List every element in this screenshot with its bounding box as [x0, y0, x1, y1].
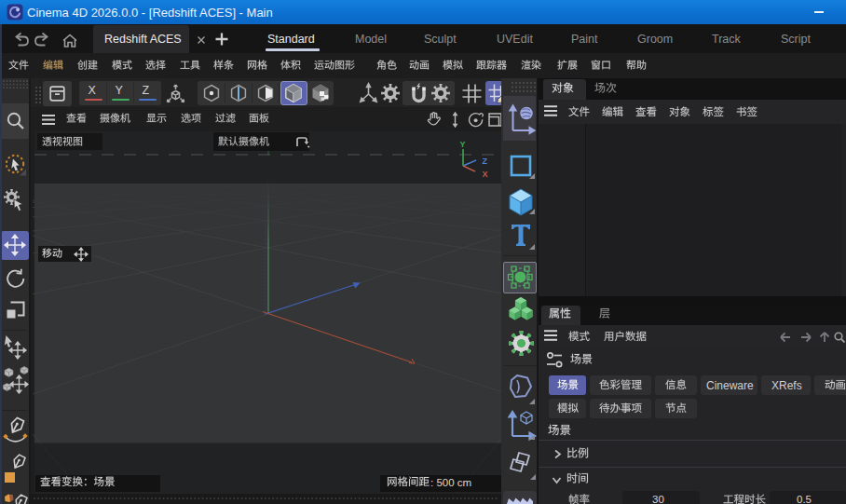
svg-text:Y: Y	[460, 140, 466, 149]
svg-text:X: X	[483, 170, 488, 179]
svg-text:Z: Z	[483, 157, 488, 166]
